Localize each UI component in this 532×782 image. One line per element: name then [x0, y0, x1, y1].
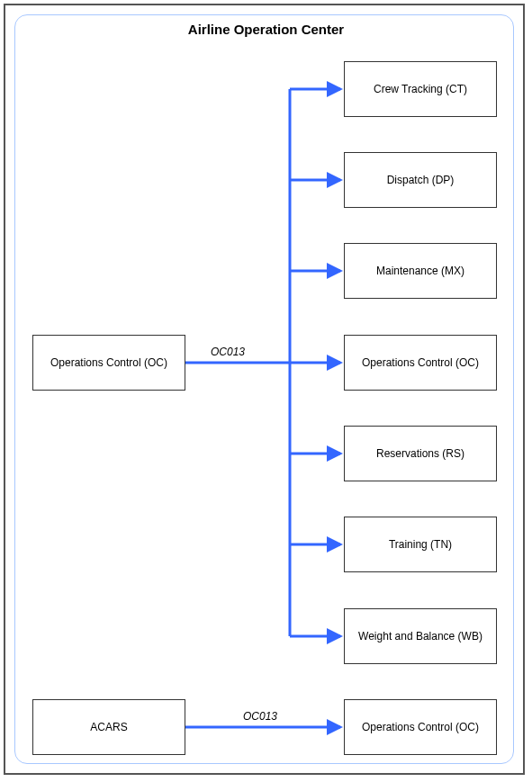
node-acars: ACARS — [32, 699, 185, 755]
node-label: Training (TN) — [389, 538, 452, 551]
diagram-title: Airline Operation Center — [0, 22, 532, 37]
node-maintenance: Maintenance (MX) — [344, 243, 497, 299]
node-dispatch: Dispatch (DP) — [344, 152, 497, 208]
node-reservations: Reservations (RS) — [344, 426, 497, 481]
node-label: Operations Control (OC) — [362, 721, 479, 733]
node-operations-control-source: Operations Control (OC) — [32, 335, 185, 391]
node-crew-tracking: Crew Tracking (CT) — [344, 61, 497, 117]
node-acars-target: Operations Control (OC) — [344, 699, 497, 755]
node-label: Reservations (RS) — [376, 447, 464, 460]
node-label: Operations Control (OC) — [50, 356, 167, 369]
node-label: Weight and Balance (WB) — [358, 630, 482, 643]
node-label: Crew Tracking (CT) — [374, 83, 467, 95]
node-label: Maintenance (MX) — [376, 265, 464, 277]
node-weight-balance: Weight and Balance (WB) — [344, 608, 497, 664]
edge-label-acars: OC013 — [243, 710, 277, 723]
edge-label-main: OC013 — [211, 346, 245, 358]
node-training: Training (TN) — [344, 517, 497, 572]
node-label: Operations Control (OC) — [362, 356, 479, 369]
node-label: Dispatch (DP) — [387, 174, 455, 186]
node-label: ACARS — [90, 721, 127, 733]
node-operations-control-target: Operations Control (OC) — [344, 335, 497, 391]
